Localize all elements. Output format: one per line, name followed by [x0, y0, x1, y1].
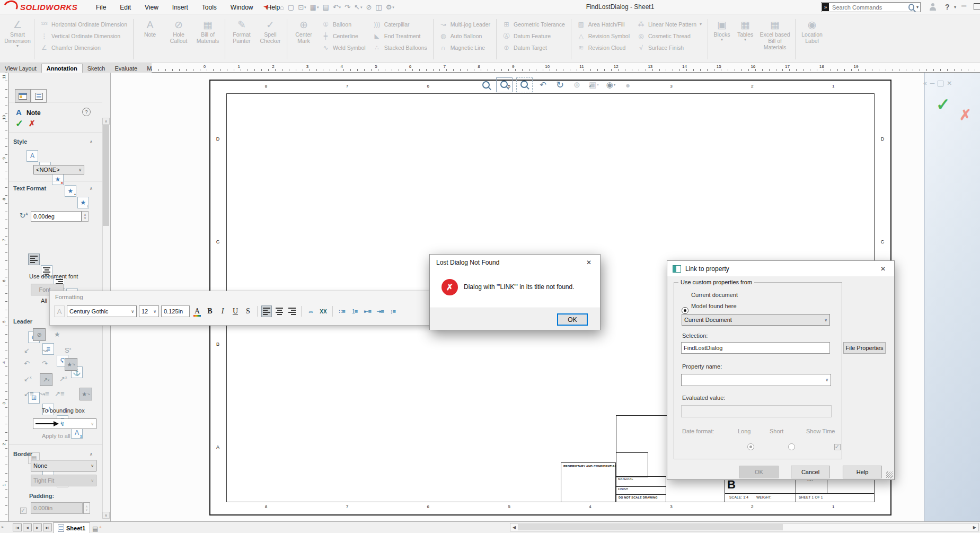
previous-view-icon[interactable]: ↶ [536, 79, 550, 91]
stack-text-button[interactable]: XX [318, 305, 329, 317]
splitter-handle-icon[interactable]: ▸ [2, 525, 4, 529]
ribbon-revision-cloud-button[interactable]: ≋Revision Cloud [577, 43, 630, 52]
confirmation-accept-icon[interactable]: ✓ [936, 94, 950, 115]
ribbon-horizontal-ordinate-button[interactable]: ¹²³Horizontal Ordinate Dimension [40, 20, 127, 29]
bullet-list-button[interactable]: ∷≡ [337, 305, 347, 317]
tab-annotation[interactable]: Annotation [41, 64, 83, 73]
ribbon-revision-symbol-button[interactable]: △Revision Symbol [577, 32, 630, 40]
home-icon[interactable]: ⌂ [280, 3, 284, 11]
help-icon[interactable]: ? [945, 3, 950, 11]
ribbon-linear-note-pattern-button[interactable]: ⁂Linear Note Pattern▾ [637, 20, 702, 29]
error-dialog-titlebar[interactable]: Lost Dialog Not Found ✕ [430, 255, 600, 270]
ribbon-centerline-button[interactable]: ┿Centerline [322, 32, 366, 40]
dropdown-caret-icon[interactable]: ▾ [744, 38, 746, 42]
minimize-button[interactable]: ─ [961, 2, 966, 10]
strikethrough-button[interactable]: S [243, 305, 253, 317]
underline-button[interactable]: U [230, 305, 241, 317]
search-icon[interactable] [908, 4, 914, 11]
close-icon[interactable]: ✕ [578, 255, 600, 270]
property-manager-tab[interactable] [15, 89, 31, 103]
select-icon[interactable]: ↖▾ [354, 3, 362, 11]
task-pane-strip[interactable] [924, 73, 980, 521]
ribbon-weld-symbol-button[interactable]: ∿Weld Symbol [322, 43, 366, 52]
ribbon-vertical-ordinate-button[interactable]: ⋮Vertical Ordinate Dimension [40, 32, 127, 40]
collapse-chevron-icon[interactable]: ∧ [90, 186, 93, 191]
format-align-center-button[interactable] [274, 305, 285, 317]
format-align-left-button[interactable] [261, 305, 272, 317]
new-document-icon[interactable]: ▢ [288, 3, 294, 11]
scroll-right-icon[interactable]: ▶ [971, 525, 978, 530]
straight-leader-icon[interactable]: ↙ [24, 346, 30, 354]
bent-leader-icon[interactable]: ↝ [42, 346, 48, 354]
help-button[interactable]: Help [843, 466, 882, 478]
load-style-button[interactable]: ★↓ [77, 197, 89, 208]
border-section-header[interactable]: Border [13, 451, 32, 457]
dropdown-caret-icon[interactable]: ▾ [721, 38, 723, 42]
style-section-header[interactable]: Style [13, 138, 27, 145]
no-leader-button[interactable]: ⊘ [33, 328, 46, 341]
decrease-indent-button[interactable]: ⇤≡ [362, 305, 373, 317]
section-view-icon[interactable]: ⊘ [366, 3, 372, 11]
border-style-dropdown[interactable]: None∨ [31, 460, 96, 471]
current-document-label[interactable]: Current document [691, 292, 738, 298]
search-dropdown-caret-icon[interactable]: ▾ [916, 5, 919, 10]
last-sheet-button[interactable]: ▶| [43, 523, 52, 531]
collapse-chevron-icon[interactable]: ∧ [90, 452, 93, 457]
ribbon-magnetic-line-button[interactable]: ∩Magnetic Line [439, 43, 490, 52]
ribbon-end-treatment-button[interactable]: ◣End Treatment [373, 32, 427, 40]
menu-insert[interactable]: Insert [165, 0, 195, 14]
delete-style-button[interactable]: ★x [52, 173, 64, 185]
ribbon-excel-bom-button[interactable]: ▦Excel based Bill of Materials [757, 16, 793, 63]
ribbon-multijog-leader-button[interactable]: ↝Multi-jog Leader [439, 20, 490, 29]
format-align-right-button[interactable] [287, 305, 297, 317]
dropdown-caret-icon[interactable]: ▾ [700, 22, 702, 27]
leader-jog-text-icon[interactable]: ↝≡ [39, 390, 49, 398]
angle-input[interactable] [31, 211, 82, 222]
zoom-to-area-icon[interactable] [516, 77, 533, 92]
undo-icon[interactable]: ↶▾ [333, 3, 341, 11]
ribbon-area-hatch-button[interactable]: ▨Area Hatch/Fill [577, 20, 630, 29]
zoom-to-fit-icon[interactable] [496, 77, 513, 92]
ribbon-balloon-button[interactable]: ①Balloon [322, 20, 366, 29]
angle-spinner[interactable]: ∧∨ [82, 211, 89, 222]
ok-button[interactable]: OK [557, 313, 588, 326]
feature-tree-tab[interactable] [31, 89, 47, 103]
ribbon-caterpillar-button[interactable]: )))Caterpillar [373, 20, 427, 29]
ribbon-surface-finish-button[interactable]: √Surface Finish [637, 43, 702, 52]
print-icon[interactable]: ▤ [322, 3, 329, 11]
scroll-left-icon[interactable]: ◀ [510, 525, 518, 530]
apply-default-style-button[interactable]: A [27, 150, 38, 162]
collapse-left-icon[interactable]: « [923, 80, 927, 87]
cancel-button[interactable]: Cancel [791, 466, 830, 478]
align-left-button[interactable] [28, 254, 40, 265]
model-found-here-label[interactable]: Model found here [691, 303, 737, 309]
leader-section-header[interactable]: Leader [13, 318, 32, 325]
italic-button[interactable]: I [217, 305, 228, 317]
property-name-dropdown[interactable]: ∨ [681, 374, 831, 386]
scroll-down-icon[interactable]: ∨ [102, 512, 110, 519]
panel-scrollbar-thumb[interactable] [103, 125, 109, 226]
leader-right-attach-icon[interactable]: ↗x [59, 375, 67, 383]
ribbon-hole-callout-button[interactable]: ⊘Hole Callout [164, 16, 193, 63]
ribbon-blocks-button[interactable]: ▣Blocks▾ [710, 16, 734, 63]
redo-icon[interactable]: ↷ [345, 3, 350, 11]
panel-help-icon[interactable]: ? [82, 108, 91, 116]
use-document-font-checkbox[interactable] [20, 508, 27, 514]
increase-indent-button[interactable]: ⇥≡ [375, 305, 385, 317]
rotate-view-icon[interactable]: ↻ [553, 79, 567, 91]
auto-leader-icon[interactable]: ★ [54, 330, 60, 338]
bold-button[interactable]: B [205, 305, 215, 317]
save-style-button[interactable]: ★▪ [65, 185, 76, 197]
dropdown-caret-icon[interactable]: ▾ [16, 44, 19, 48]
menu-window[interactable]: Window [224, 0, 260, 14]
ribbon-cosmetic-thread-button[interactable]: ◎Cosmetic Thread [637, 32, 702, 40]
curved-left-leader-icon[interactable]: ↶ [24, 360, 30, 368]
curved-right-leader-icon[interactable]: ↷ [42, 360, 48, 368]
doc-minimize-icon[interactable]: ─ [930, 80, 935, 87]
selection-input[interactable] [681, 342, 830, 354]
line-spacing-button[interactable]: ↕≡ [387, 305, 398, 317]
doc-restore-icon[interactable] [938, 81, 943, 86]
leader-to-note-button[interactable]: ★↘ [65, 358, 77, 371]
scrollbar-thumb[interactable] [518, 524, 783, 530]
add-sheet-icon[interactable]: ▤＋ [92, 524, 102, 532]
